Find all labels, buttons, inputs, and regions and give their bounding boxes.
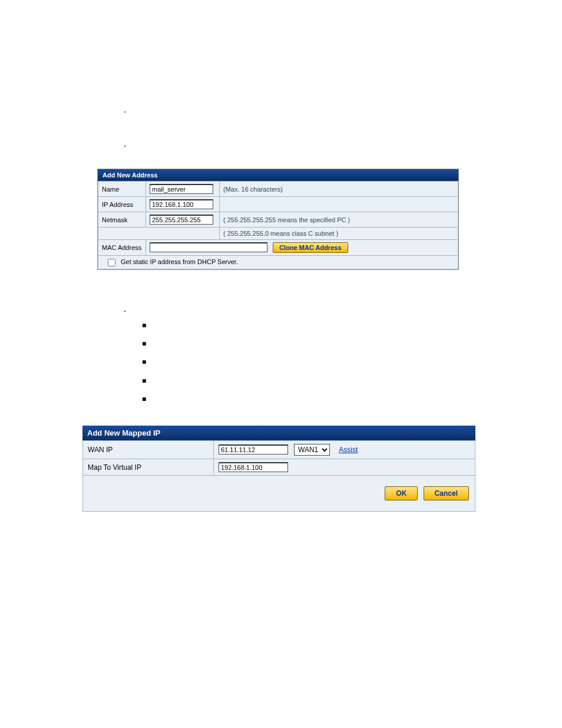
map-to-virtual-ip-input[interactable]	[219, 462, 288, 472]
netmask-hint-2: ( 255.255.255.0 means class C subnet )	[220, 228, 458, 240]
add-new-mapped-ip-panel: Add New Mapped IP WAN IP WAN1 Assist Map…	[82, 426, 475, 512]
clone-mac-address-button[interactable]: Clone MAC Address	[273, 242, 348, 253]
wan-ip-input[interactable]	[219, 444, 288, 454]
bullet-square	[142, 353, 562, 371]
map-to-virtual-ip-label: Map To Virtual IP	[83, 459, 214, 476]
bullet-square	[142, 390, 562, 408]
ip-address-label: IP Address	[98, 197, 146, 212]
assist-link[interactable]: Assist	[339, 446, 358, 454]
bullet-square	[142, 334, 562, 353]
bullet-square	[142, 316, 562, 334]
netmask-hint-1: ( 255.255.255.255 means the specified PC…	[220, 212, 458, 228]
mac-address-input[interactable]	[150, 242, 267, 252]
dhcp-static-ip-label: Get static IP address from DHCP Server.	[121, 258, 238, 265]
name-label: Name	[98, 182, 146, 197]
add-new-mapped-ip-table: WAN IP WAN1 Assist Map To Virtual IP	[82, 440, 475, 476]
name-input[interactable]	[150, 184, 213, 194]
bullet-small	[130, 140, 562, 151]
cancel-button[interactable]: Cancel	[424, 486, 469, 500]
wan-ip-label: WAN IP	[83, 441, 214, 459]
netmask-label: Netmask	[98, 212, 146, 228]
bullet-small	[130, 305, 562, 316]
ip-address-input[interactable]	[150, 199, 213, 209]
add-new-address-header: Add New Address	[98, 169, 458, 181]
add-new-address-table: Name (Max. 16 characters) IP Address Net…	[98, 181, 458, 269]
mac-address-label: MAC Address	[98, 240, 146, 256]
bullet-small	[130, 106, 562, 117]
add-new-address-panel: Add New Address Name (Max. 16 characters…	[97, 169, 459, 270]
ok-button[interactable]: OK	[385, 486, 418, 500]
mapped-ip-footer: OK Cancel	[82, 476, 475, 512]
bullet-square	[142, 371, 562, 389]
wan-interface-select[interactable]: WAN1	[294, 444, 330, 456]
add-new-mapped-ip-header: Add New Mapped IP	[82, 426, 475, 440]
dhcp-static-ip-checkbox[interactable]	[108, 259, 115, 266]
name-hint: (Max. 16 characters)	[220, 182, 458, 197]
netmask-input[interactable]	[150, 215, 213, 225]
